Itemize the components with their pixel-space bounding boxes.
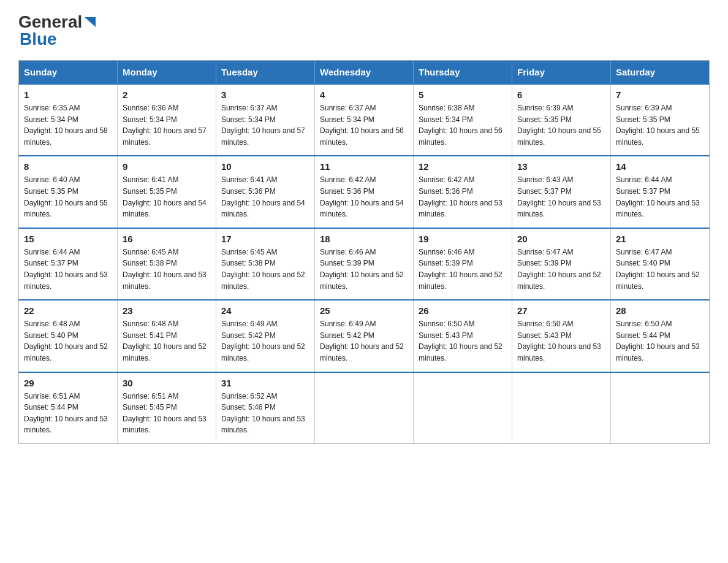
calendar-table: SundayMondayTuesdayWednesdayThursdayFrid… xyxy=(18,60,710,444)
day-number: 25 xyxy=(320,305,408,316)
page-header: General Blue xyxy=(18,12,710,49)
day-number: 7 xyxy=(616,90,704,100)
day-info: Sunrise: 6:44 AMSunset: 5:37 PMDaylight:… xyxy=(616,175,700,218)
calendar-cell: 7Sunrise: 6:39 AMSunset: 5:35 PMDaylight… xyxy=(611,84,710,156)
day-info: Sunrise: 6:48 AMSunset: 5:40 PMDaylight:… xyxy=(24,320,108,362)
weekday-header-wednesday: Wednesday xyxy=(315,61,414,85)
day-info: Sunrise: 6:46 AMSunset: 5:39 PMDaylight:… xyxy=(419,248,502,291)
day-info: Sunrise: 6:37 AMSunset: 5:34 PMDaylight:… xyxy=(221,104,305,147)
day-info: Sunrise: 6:47 AMSunset: 5:40 PMDaylight:… xyxy=(616,248,700,291)
day-info: Sunrise: 6:52 AMSunset: 5:46 PMDaylight:… xyxy=(221,392,305,435)
day-number: 14 xyxy=(616,161,704,172)
calendar-cell xyxy=(512,372,611,444)
weekday-header-friday: Friday xyxy=(512,61,611,85)
day-info: Sunrise: 6:51 AMSunset: 5:44 PMDaylight:… xyxy=(24,392,108,435)
day-number: 20 xyxy=(517,234,605,244)
calendar-cell: 10Sunrise: 6:41 AMSunset: 5:36 PMDayligh… xyxy=(216,156,315,228)
day-info: Sunrise: 6:36 AMSunset: 5:34 PMDaylight:… xyxy=(123,104,207,147)
day-number: 28 xyxy=(616,305,704,316)
calendar-cell: 5Sunrise: 6:38 AMSunset: 5:34 PMDaylight… xyxy=(414,84,512,156)
calendar-cell: 31Sunrise: 6:52 AMSunset: 5:46 PMDayligh… xyxy=(216,372,315,444)
calendar-cell: 15Sunrise: 6:44 AMSunset: 5:37 PMDayligh… xyxy=(19,228,118,300)
calendar-cell: 16Sunrise: 6:45 AMSunset: 5:38 PMDayligh… xyxy=(118,228,216,300)
calendar-cell xyxy=(315,372,414,444)
day-info: Sunrise: 6:39 AMSunset: 5:35 PMDaylight:… xyxy=(517,104,601,147)
day-info: Sunrise: 6:47 AMSunset: 5:39 PMDaylight:… xyxy=(517,248,601,291)
calendar-cell: 30Sunrise: 6:51 AMSunset: 5:45 PMDayligh… xyxy=(118,372,216,444)
day-number: 18 xyxy=(320,234,408,244)
calendar-cell: 28Sunrise: 6:50 AMSunset: 5:44 PMDayligh… xyxy=(611,300,710,372)
calendar-cell: 21Sunrise: 6:47 AMSunset: 5:40 PMDayligh… xyxy=(611,228,710,300)
day-number: 5 xyxy=(419,90,507,100)
day-info: Sunrise: 6:40 AMSunset: 5:35 PMDaylight:… xyxy=(24,175,108,218)
day-info: Sunrise: 6:50 AMSunset: 5:43 PMDaylight:… xyxy=(419,320,502,362)
day-number: 22 xyxy=(24,305,112,316)
day-info: Sunrise: 6:50 AMSunset: 5:44 PMDaylight:… xyxy=(616,320,700,362)
day-number: 19 xyxy=(419,234,507,244)
calendar-week-row: 15Sunrise: 6:44 AMSunset: 5:37 PMDayligh… xyxy=(19,228,710,300)
day-number: 26 xyxy=(419,305,507,316)
calendar-cell: 14Sunrise: 6:44 AMSunset: 5:37 PMDayligh… xyxy=(611,156,710,228)
day-number: 29 xyxy=(24,378,112,388)
weekday-header-tuesday: Tuesday xyxy=(216,61,315,85)
calendar-cell xyxy=(414,372,512,444)
calendar-cell xyxy=(611,372,710,444)
day-info: Sunrise: 6:51 AMSunset: 5:45 PMDaylight:… xyxy=(123,392,207,435)
weekday-header-monday: Monday xyxy=(118,61,216,85)
day-info: Sunrise: 6:35 AMSunset: 5:34 PMDaylight:… xyxy=(24,104,108,147)
logo-arrow-icon xyxy=(83,16,97,29)
weekday-header-saturday: Saturday xyxy=(611,61,710,85)
day-number: 6 xyxy=(517,90,605,100)
day-number: 21 xyxy=(616,234,704,244)
day-number: 23 xyxy=(123,305,211,316)
day-info: Sunrise: 6:44 AMSunset: 5:37 PMDaylight:… xyxy=(24,248,108,291)
day-info: Sunrise: 6:45 AMSunset: 5:38 PMDaylight:… xyxy=(123,248,207,291)
calendar-cell: 26Sunrise: 6:50 AMSunset: 5:43 PMDayligh… xyxy=(414,300,512,372)
calendar-week-row: 8Sunrise: 6:40 AMSunset: 5:35 PMDaylight… xyxy=(19,156,710,228)
day-number: 2 xyxy=(123,90,211,100)
day-number: 12 xyxy=(419,161,507,172)
day-info: Sunrise: 6:45 AMSunset: 5:38 PMDaylight:… xyxy=(221,248,305,291)
calendar-cell: 3Sunrise: 6:37 AMSunset: 5:34 PMDaylight… xyxy=(216,84,315,156)
day-info: Sunrise: 6:50 AMSunset: 5:43 PMDaylight:… xyxy=(517,320,601,362)
day-number: 31 xyxy=(221,378,309,388)
day-number: 4 xyxy=(320,90,408,100)
calendar-cell: 9Sunrise: 6:41 AMSunset: 5:35 PMDaylight… xyxy=(118,156,216,228)
calendar-cell: 6Sunrise: 6:39 AMSunset: 5:35 PMDaylight… xyxy=(512,84,611,156)
day-info: Sunrise: 6:41 AMSunset: 5:35 PMDaylight:… xyxy=(123,175,207,218)
svg-marker-0 xyxy=(85,17,96,27)
calendar-cell: 22Sunrise: 6:48 AMSunset: 5:40 PMDayligh… xyxy=(19,300,118,372)
calendar-cell: 23Sunrise: 6:48 AMSunset: 5:41 PMDayligh… xyxy=(118,300,216,372)
calendar-cell: 1Sunrise: 6:35 AMSunset: 5:34 PMDaylight… xyxy=(19,84,118,156)
day-number: 10 xyxy=(221,161,309,172)
day-info: Sunrise: 6:46 AMSunset: 5:39 PMDaylight:… xyxy=(320,248,404,291)
day-number: 11 xyxy=(320,161,408,172)
day-info: Sunrise: 6:43 AMSunset: 5:37 PMDaylight:… xyxy=(517,175,601,218)
day-number: 15 xyxy=(24,234,112,244)
calendar-week-row: 29Sunrise: 6:51 AMSunset: 5:44 PMDayligh… xyxy=(19,372,710,444)
calendar-cell: 24Sunrise: 6:49 AMSunset: 5:42 PMDayligh… xyxy=(216,300,315,372)
calendar-week-row: 22Sunrise: 6:48 AMSunset: 5:40 PMDayligh… xyxy=(19,300,710,372)
calendar-cell: 20Sunrise: 6:47 AMSunset: 5:39 PMDayligh… xyxy=(512,228,611,300)
calendar-cell: 17Sunrise: 6:45 AMSunset: 5:38 PMDayligh… xyxy=(216,228,315,300)
day-number: 30 xyxy=(123,378,211,388)
calendar-cell: 19Sunrise: 6:46 AMSunset: 5:39 PMDayligh… xyxy=(414,228,512,300)
weekday-header-row: SundayMondayTuesdayWednesdayThursdayFrid… xyxy=(19,61,710,85)
day-number: 9 xyxy=(123,161,211,172)
day-info: Sunrise: 6:41 AMSunset: 5:36 PMDaylight:… xyxy=(221,175,305,218)
calendar-cell: 29Sunrise: 6:51 AMSunset: 5:44 PMDayligh… xyxy=(19,372,118,444)
calendar-cell: 11Sunrise: 6:42 AMSunset: 5:36 PMDayligh… xyxy=(315,156,414,228)
calendar-cell: 25Sunrise: 6:49 AMSunset: 5:42 PMDayligh… xyxy=(315,300,414,372)
day-number: 24 xyxy=(221,305,309,316)
calendar-cell: 4Sunrise: 6:37 AMSunset: 5:34 PMDaylight… xyxy=(315,84,414,156)
day-info: Sunrise: 6:38 AMSunset: 5:34 PMDaylight:… xyxy=(419,104,502,147)
day-number: 3 xyxy=(221,90,309,100)
day-info: Sunrise: 6:42 AMSunset: 5:36 PMDaylight:… xyxy=(419,175,502,218)
calendar-week-row: 1Sunrise: 6:35 AMSunset: 5:34 PMDaylight… xyxy=(19,84,710,156)
weekday-header-sunday: Sunday xyxy=(19,61,118,85)
logo-blue-text: Blue xyxy=(18,29,97,49)
day-info: Sunrise: 6:49 AMSunset: 5:42 PMDaylight:… xyxy=(221,320,305,362)
day-number: 1 xyxy=(24,90,112,100)
calendar-cell: 13Sunrise: 6:43 AMSunset: 5:37 PMDayligh… xyxy=(512,156,611,228)
calendar-cell: 12Sunrise: 6:42 AMSunset: 5:36 PMDayligh… xyxy=(414,156,512,228)
